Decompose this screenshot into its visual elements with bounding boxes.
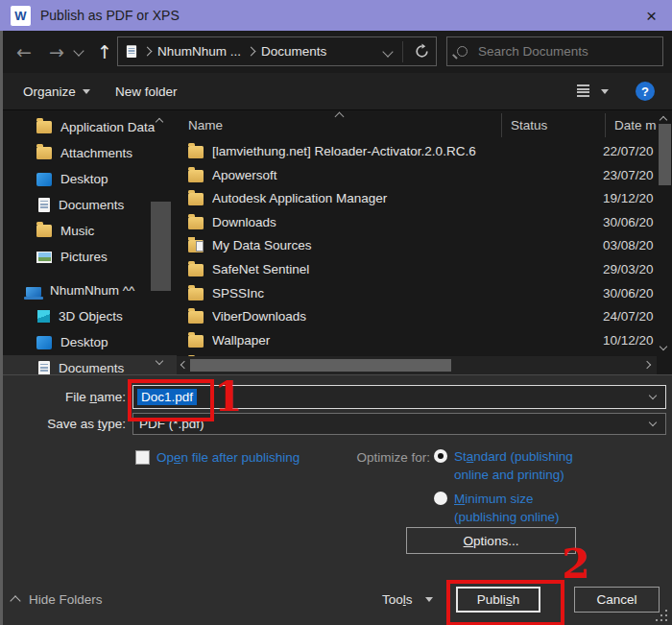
sidebar-item-label: Music: [60, 224, 94, 238]
save-as-type-label: Save as type:: [0, 417, 126, 431]
desktop-icon: [36, 173, 52, 186]
file-name-label: File name:: [0, 390, 126, 404]
sidebar-item-label: Documents: [59, 198, 124, 212]
close-icon[interactable]: [640, 7, 662, 25]
folder-icon: [188, 288, 204, 300]
table-row[interactable]: SPSSInc 30/06/20: [177, 282, 657, 306]
date-modified-cell: 10/12/20: [603, 333, 657, 348]
file-name-cell: Autodesk Application Manager: [212, 191, 493, 205]
sidebar-scrollbar[interactable]: [151, 110, 171, 374]
file-name-cell: ViberDownloads: [212, 309, 493, 324]
open-after-publish-checkbox[interactable]: [135, 450, 150, 465]
vertical-scrollbar[interactable]: [657, 110, 672, 356]
optimize-minimum-label[interactable]: Minimum size (publishing online): [454, 491, 579, 526]
sidebar-item-label: Desktop: [60, 172, 108, 186]
file-list: Name Status Date mo [lamviethung.net] Re…: [177, 110, 672, 374]
file-name-cell: SafeNet Sentinel: [212, 262, 493, 276]
computer-icon: [26, 287, 41, 297]
folder-icon: [188, 335, 204, 348]
search-icon: [457, 46, 468, 57]
scroll-down-icon[interactable]: [156, 357, 163, 365]
search-box[interactable]: [446, 36, 663, 66]
tools-dropdown[interactable]: Tools: [382, 592, 433, 607]
view-mode-dropdown-icon[interactable]: [601, 89, 609, 94]
chevron-down-icon[interactable]: [649, 391, 657, 398]
hide-folders-label: Hide Folders: [29, 592, 103, 607]
scroll-left-icon[interactable]: [180, 361, 188, 369]
hide-folders-button[interactable]: Hide Folders: [12, 592, 103, 607]
divider: [402, 41, 403, 62]
date-modified-cell: 19/12/20: [603, 191, 657, 205]
table-row[interactable]: ViberDownloads 24/07/20: [177, 305, 657, 329]
column-header-name[interactable]: Name: [188, 118, 223, 132]
sidebar-item-label: Documents: [59, 361, 124, 374]
options-button[interactable]: Options...: [406, 527, 576, 554]
optimize-standard-label[interactable]: Standard (publishing online and printing…: [454, 448, 600, 484]
breadcrumb-current[interactable]: Documents: [261, 44, 326, 59]
optimize-minimum-radio[interactable]: [434, 492, 447, 505]
up-icon[interactable]: ↑: [92, 31, 117, 73]
table-row[interactable]: Downloads 30/06/20: [177, 211, 657, 235]
save-as-type-select[interactable]: PDF (*.pdf): [132, 413, 666, 435]
forward-icon[interactable]: →: [44, 31, 69, 73]
sidebar-item-label: Pictures: [60, 250, 108, 264]
file-name-value[interactable]: Doc1.pdf: [137, 389, 197, 405]
window-border: [0, 31, 3, 625]
horizontal-scrollbar[interactable]: [177, 356, 657, 374]
cancel-button[interactable]: Cancel: [574, 587, 660, 613]
folder-icon: [188, 193, 204, 205]
table-row[interactable]: [lamviethung.net] Reloader-Activator.2.0…: [177, 140, 657, 164]
file-name-input[interactable]: Doc1.pdf: [132, 385, 666, 409]
address-bar[interactable]: NhumNhum ... Documents: [117, 36, 437, 66]
folder-icon: [188, 170, 204, 182]
chevron-down-icon[interactable]: [649, 418, 657, 425]
new-folder-button[interactable]: New folder: [115, 73, 178, 109]
column-divider[interactable]: [501, 113, 502, 137]
annotation-number-2: 2: [562, 544, 589, 585]
sidebar-item-label: 3D Objects: [59, 309, 123, 324]
file-name-cell: Apowersoft: [212, 168, 493, 182]
folder-icon: [36, 121, 52, 133]
scrollbar-thumb[interactable]: [190, 359, 451, 372]
refresh-icon[interactable]: [414, 43, 430, 60]
organize-label: Organize: [23, 84, 76, 99]
table-row[interactable]: My Data Sources 03/08/20: [177, 234, 657, 258]
optimize-standard-radio[interactable]: [434, 449, 447, 463]
breadcrumb-separator-icon: [143, 47, 153, 57]
breadcrumb-root[interactable]: NhumNhum ...: [157, 44, 241, 59]
back-icon[interactable]: ←: [12, 31, 36, 73]
scroll-down-icon[interactable]: [660, 343, 667, 350]
organize-button[interactable]: Organize: [23, 73, 90, 109]
help-icon[interactable]: ?: [636, 82, 655, 101]
column-divider[interactable]: [605, 113, 606, 137]
navigation-pane: Application Data Attachments Desktop Doc…: [0, 110, 177, 374]
table-row[interactable]: Wallpaper 10/12/20: [177, 329, 657, 353]
open-after-publish-label[interactable]: Open file after publishing: [156, 450, 300, 465]
history-chevron-icon[interactable]: [73, 45, 84, 56]
scroll-right-icon[interactable]: [643, 361, 651, 369]
file-name-cell: Downloads: [212, 215, 493, 229]
column-header-status[interactable]: Status: [511, 118, 547, 132]
date-modified-cell: 23/07/20: [603, 168, 657, 182]
scrollbar-thumb[interactable]: [151, 202, 171, 291]
table-row[interactable]: Autodesk Application Manager 19/12/20: [177, 187, 657, 211]
table-row[interactable]: Apowersoft 23/07/20: [177, 164, 657, 188]
new-folder-label: New folder: [115, 84, 178, 99]
scroll-up-icon[interactable]: [660, 116, 667, 124]
sort-ascending-icon: [335, 112, 345, 122]
date-modified-cell: 24/07/20: [603, 309, 657, 324]
table-row[interactable]: SafeNet Sentinel 29/03/20: [177, 258, 657, 282]
tools-label: Tools: [382, 592, 413, 607]
address-dropdown-icon[interactable]: [382, 46, 393, 57]
resize-grip[interactable]: [656, 610, 667, 621]
publish-button[interactable]: Publish: [456, 587, 540, 613]
search-input[interactable]: [476, 43, 634, 60]
date-modified-cell: 30/06/20: [603, 286, 657, 300]
view-mode-icon[interactable]: [577, 84, 589, 97]
sidebar-item-label: NhumNhum ^^: [50, 283, 134, 298]
scrollbar-thumb[interactable]: [659, 124, 671, 185]
scroll-up-icon[interactable]: [156, 118, 163, 126]
save-as-type-value: PDF (*.pdf): [139, 417, 204, 431]
datasource-icon: [188, 240, 204, 252]
file-rows: [lamviethung.net] Reloader-Activator.2.0…: [177, 140, 657, 356]
